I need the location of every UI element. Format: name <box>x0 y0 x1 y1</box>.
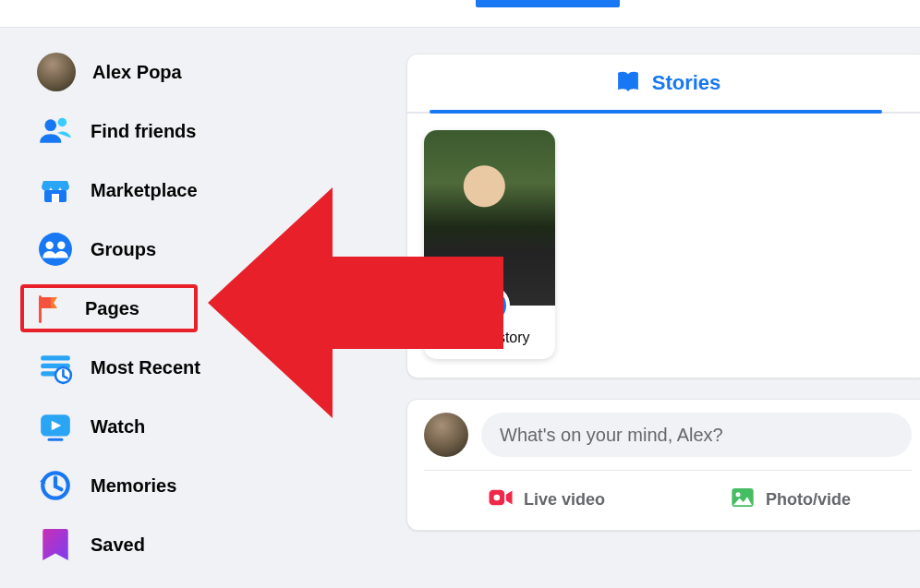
live-video-icon <box>487 484 514 516</box>
action-label: Live video <box>524 490 605 510</box>
live-video-button[interactable]: Live video <box>424 478 668 521</box>
friends-icon <box>37 113 74 150</box>
sidebar-item-pages[interactable]: Pages <box>20 284 198 332</box>
sidebar-item-label: Memories <box>91 475 176 497</box>
svg-point-1 <box>58 118 67 127</box>
stories-body: + Create story <box>407 114 920 378</box>
composer-card: What's on your mind, Alex? Live video <box>406 399 920 531</box>
watch-icon <box>37 408 74 445</box>
groups-icon <box>37 231 74 268</box>
composer-placeholder: What's on your mind, Alex? <box>500 425 723 446</box>
sidebar-item-memories[interactable]: Memories <box>28 462 395 510</box>
sidebar-item-label: Saved <box>91 534 145 556</box>
sidebar-item-label: Alex Popa <box>92 62 182 83</box>
sidebar-item-saved[interactable]: Saved <box>28 521 395 569</box>
sidebar-item-groups[interactable]: Groups <box>28 225 395 273</box>
sidebar-item-label: Pages <box>85 298 139 319</box>
svg-point-5 <box>45 242 53 249</box>
top-bar <box>0 0 920 28</box>
story-photo: + <box>424 130 555 306</box>
pages-flag-icon <box>31 290 68 327</box>
most-recent-icon <box>37 349 74 386</box>
profile-avatar <box>37 53 76 91</box>
composer-input[interactable]: What's on your mind, Alex? <box>481 413 912 457</box>
sidebar-item-label: Watch <box>91 416 145 438</box>
sidebar-item-watch[interactable]: Watch <box>28 402 395 450</box>
stories-book-icon <box>615 68 641 98</box>
saved-bookmark-icon <box>37 526 74 563</box>
memories-icon <box>37 467 74 504</box>
svg-point-17 <box>493 494 500 500</box>
svg-point-19 <box>735 492 740 497</box>
topnav-active-indicator <box>476 0 620 7</box>
sidebar-item-label: Marketplace <box>91 180 198 201</box>
main-feed: Stories + Create story What's <box>406 28 920 588</box>
svg-point-0 <box>44 119 56 131</box>
sidebar-item-profile[interactable]: Alex Popa <box>28 48 395 96</box>
left-sidebar: Alex Popa Find friends Marketplace Group… <box>0 28 406 588</box>
content-row: Alex Popa Find friends Marketplace Group… <box>0 28 920 588</box>
stories-card: Stories + Create story <box>406 54 920 378</box>
sidebar-item-label: Most Recent <box>91 357 200 378</box>
svg-rect-3 <box>52 194 59 202</box>
sidebar-item-label: Find friends <box>91 121 196 142</box>
sidebar-item-find-friends[interactable]: Find friends <box>28 107 395 155</box>
sidebar-item-marketplace[interactable]: Marketplace <box>28 166 395 214</box>
composer-actions: Live video Photo/vide <box>424 471 912 530</box>
plus-icon: + <box>469 285 510 326</box>
app-root: Alex Popa Find friends Marketplace Group… <box>0 0 920 588</box>
action-label: Photo/vide <box>766 490 851 510</box>
composer-avatar[interactable] <box>424 413 468 457</box>
svg-point-6 <box>57 242 65 249</box>
photo-video-button[interactable]: Photo/vide <box>668 478 912 521</box>
photo-video-icon <box>729 484 757 516</box>
sidebar-item-label: Groups <box>91 239 156 260</box>
composer-top: What's on your mind, Alex? <box>424 413 912 471</box>
svg-rect-7 <box>39 295 42 323</box>
svg-point-4 <box>39 233 72 266</box>
svg-rect-14 <box>48 438 64 441</box>
marketplace-icon <box>37 172 74 209</box>
stories-tab-underline <box>430 110 882 114</box>
stories-tab-title: Stories <box>652 71 721 95</box>
sidebar-item-most-recent[interactable]: Most Recent <box>28 343 395 391</box>
svg-rect-8 <box>41 355 70 360</box>
stories-tab[interactable]: Stories <box>407 54 920 114</box>
create-story-tile[interactable]: + Create story <box>424 130 555 359</box>
